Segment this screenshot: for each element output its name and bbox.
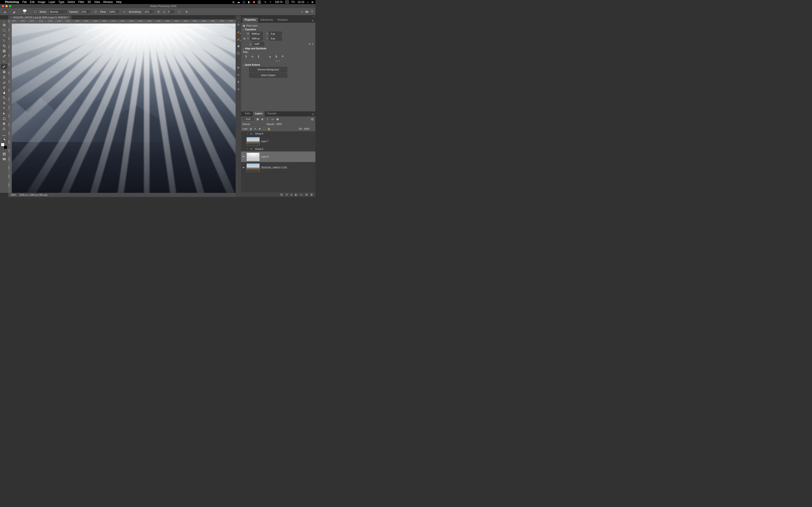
menu-window[interactable]: Window (103, 0, 113, 4)
close-tab-icon[interactable]: × (10, 16, 12, 19)
eraser-tool[interactable] (1, 80, 7, 84)
filter-pixel-icon[interactable]: ▩ (256, 117, 259, 121)
history-brush-tool[interactable] (1, 74, 7, 79)
airbrush-icon[interactable] (121, 9, 127, 14)
layer-thumbnail[interactable] (247, 137, 260, 146)
tab-properties[interactable]: Properties (242, 18, 258, 22)
share-icon[interactable]: ⇪ (311, 10, 313, 13)
type-tool[interactable]: T (1, 106, 7, 111)
workspace-switcher-icon[interactable]: ▤▸ (305, 10, 309, 13)
path-select-tool[interactable] (1, 111, 7, 116)
cloud-icon[interactable]: ☁ (237, 0, 240, 4)
align-left-icon[interactable]: ┣ (244, 55, 248, 59)
angle-field[interactable]: 0,00° (253, 42, 264, 46)
smoothing-options-icon[interactable] (156, 9, 161, 14)
character-icon[interactable]: A (236, 73, 240, 77)
align-right-icon[interactable]: ┫ (256, 55, 261, 59)
color-swatches[interactable] (1, 143, 7, 149)
shield-icon[interactable]: ⬣ (253, 0, 255, 4)
spotlight-icon[interactable]: ⌕ (307, 0, 309, 4)
group-disclosure-icon[interactable]: › (247, 132, 249, 135)
opacity-pressure-icon[interactable] (93, 9, 98, 14)
brush-settings-toggle[interactable] (33, 9, 38, 14)
flow-field[interactable]: 100% (108, 10, 120, 14)
clone-stamp-tool[interactable] (1, 69, 7, 74)
brush-angle-field[interactable]: 0° (167, 10, 175, 14)
wifi-icon[interactable]: ᯤ (269, 0, 272, 4)
tab-histogram[interactable]: Histogram (275, 18, 290, 22)
lock-all-icon[interactable]: 🔒 (267, 127, 270, 130)
layer-row[interactable]: 👁 Layer 9 (241, 152, 315, 162)
layer-style-icon[interactable]: fx (286, 193, 288, 196)
panel-menu-icon[interactable]: ≡ (312, 113, 314, 116)
menu-image[interactable]: Image (38, 0, 45, 4)
menu-type[interactable]: Type (58, 0, 64, 4)
marquee-tool[interactable] (1, 27, 7, 33)
layer-blend-select[interactable]: Normal (242, 123, 265, 125)
libraries-icon[interactable]: ⎚ (236, 22, 240, 26)
info-icon[interactable]: ⓘ (236, 51, 240, 55)
app-name[interactable]: Photoshop (5, 0, 19, 4)
layer-name[interactable]: Group 6 (255, 132, 263, 135)
zoom-window[interactable] (9, 5, 11, 7)
align-top-icon[interactable]: ┳ (268, 55, 272, 59)
default-colors-icon[interactable] (1, 138, 7, 141)
search-icon[interactable]: ⌕ (301, 10, 303, 13)
input-icon[interactable]: ⌥ (263, 0, 267, 4)
width-field[interactable]: 5048 px (250, 32, 263, 36)
add-mask-icon[interactable]: ◘ (291, 193, 292, 196)
brush-preset-picker[interactable]: 67 (22, 9, 28, 14)
flip-vertical-icon[interactable]: ⥮ (312, 43, 314, 45)
tab-paths[interactable]: Paths (242, 111, 253, 116)
layer-row[interactable]: 👁 20161029_144615-2.CR2 (241, 162, 315, 173)
vertical-ruler[interactable]: 5506006507007508008509009501000105011001… (8, 19, 12, 193)
tab-adjustments[interactable]: Adjustments (258, 18, 275, 22)
new-layer-icon[interactable]: ⊞ (305, 193, 308, 196)
new-fill-adjust-icon[interactable]: ◐ (295, 193, 297, 196)
glyphs-icon[interactable]: A (236, 87, 240, 91)
lock-pixels-icon[interactable]: ✎ (254, 127, 257, 130)
control-center-icon[interactable]: ≣ (311, 0, 314, 4)
frame-tool[interactable] (1, 48, 7, 53)
layer-opacity-field[interactable]: 100% (276, 123, 287, 125)
align-header[interactable]: Align and Distribute (243, 47, 314, 50)
hand-tool[interactable] (1, 121, 7, 126)
sync-icon[interactable]: ◐ (248, 0, 250, 4)
filter-toggle-icon[interactable]: ⏻ (310, 117, 314, 121)
canvas-viewport[interactable] (12, 23, 236, 193)
blur-tool[interactable] (1, 90, 7, 95)
visibility-toggle[interactable]: 👁 (242, 156, 245, 158)
quick-actions-header[interactable]: Quick Actions (243, 64, 314, 66)
menu-file[interactable]: File (22, 0, 27, 4)
lock-position-icon[interactable]: ✥ (258, 127, 261, 130)
minimize-window[interactable] (5, 5, 8, 7)
layer-name[interactable]: 20161029_144615-2.CR2 (261, 166, 287, 169)
filter-smart-icon[interactable]: ▣ (276, 117, 280, 121)
flip-horizontal-icon[interactable]: ⇋ (309, 43, 310, 45)
tab-channels[interactable]: Channels (265, 111, 279, 116)
filter-adjust-icon[interactable]: ◐ (261, 117, 264, 121)
eyedropper-tool[interactable] (1, 54, 7, 59)
filter-kind-select[interactable]: ⌕ Kind (242, 117, 254, 121)
height-field[interactable]: 3365 px (250, 37, 263, 41)
foreground-color[interactable] (1, 143, 5, 147)
navigator-icon[interactable]: ✺ (236, 44, 240, 48)
close-window[interactable] (2, 5, 4, 7)
healing-tool[interactable] (1, 59, 7, 64)
a-lang-icon[interactable]: A (258, 1, 261, 4)
menu-layer[interactable]: Layer (48, 0, 55, 4)
lasso-tool[interactable] (1, 33, 7, 38)
lock-artboard-icon[interactable]: ⛶ (263, 127, 266, 130)
brush-e-icon[interactable]: E (236, 37, 240, 41)
link-wh-icon[interactable]: ⛓ (243, 37, 246, 40)
more-align-icon[interactable]: ••• (243, 60, 314, 62)
layer-thumbnail[interactable] (247, 153, 260, 161)
layer-fill-field[interactable]: 100% (304, 128, 314, 130)
menu-help[interactable]: Help (116, 0, 122, 4)
zoom-level[interactable]: 200% (10, 194, 16, 196)
crop-tool[interactable] (1, 43, 7, 48)
delete-layer-icon[interactable]: 🗑 (310, 193, 313, 196)
transform-header[interactable]: Transform (243, 28, 314, 31)
screen-mode-toggle[interactable] (1, 157, 7, 162)
rect-icon[interactable]: ▢ (243, 0, 245, 4)
